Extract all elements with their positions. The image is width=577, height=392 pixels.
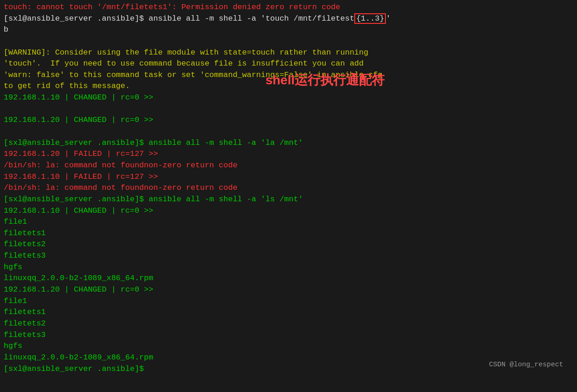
terminal-line: filetets2 xyxy=(4,318,573,330)
terminal-line: [sxl@ansible_server .ansible]$ ansible a… xyxy=(4,138,573,149)
terminal-line: hgfs xyxy=(4,262,573,273)
terminal-line: [sxl@ansible_server .ansible]$ ansible a… xyxy=(4,194,573,205)
terminal-line: /bin/sh: la: command not foundnon-zero r… xyxy=(4,160,573,171)
empty-line xyxy=(4,104,573,115)
terminal: touch: cannot touch '/mnt/filetets1': Pe… xyxy=(0,0,577,376)
terminal-line: 192.168.1.20 | FAILED | rc=127 >> xyxy=(4,149,573,160)
terminal-line: touch: cannot touch '/mnt/filetets1': Pe… xyxy=(4,2,573,13)
terminal-line: filetets3 xyxy=(4,250,573,262)
terminal-line: 192.168.1.20 | CHANGED | rc=0 >> xyxy=(4,115,573,126)
terminal-line: 192.168.1.10 | CHANGED | rc=0 >> xyxy=(4,92,573,104)
terminal-line: filetets1 xyxy=(4,307,573,318)
csdn-credit: CSDN @long_respect xyxy=(489,360,563,370)
terminal-line: /bin/sh: la: command not foundnon-zero r… xyxy=(4,182,573,194)
terminal-line: [WARNING]: Consider using the file modul… xyxy=(4,47,573,59)
terminal-line: file1 xyxy=(4,216,573,228)
terminal-line: filetets3 xyxy=(4,330,573,341)
empty-line xyxy=(4,126,573,138)
terminal-line: 'touch'. If you need to use command beca… xyxy=(4,58,573,70)
terminal-line: filetets1 xyxy=(4,228,573,239)
terminal-line: filetets2 xyxy=(4,239,573,250)
empty-line xyxy=(4,36,573,47)
terminal-line: hgfs xyxy=(4,341,573,352)
highlight-brace: {1..3} xyxy=(354,13,386,24)
terminal-line: 192.168.1.10 | FAILED | rc=127 >> xyxy=(4,171,573,183)
terminal-line: 192.168.1.20 | CHANGED | rc=0 >> xyxy=(4,284,573,296)
terminal-line: 192.168.1.10 | CHANGED | rc=0 >> xyxy=(4,205,573,217)
annotation-text: shell运行执行通配符 xyxy=(265,71,385,90)
terminal-line: file1 xyxy=(4,296,573,307)
terminal-prompt: [sxl@ansible_server .ansible]$ xyxy=(4,364,573,375)
terminal-line: linuxqq_2.0.0-b2-1089_x86_64.rpm xyxy=(4,352,573,364)
terminal-line: linuxqq_2.0.0-b2-1089_x86_64.rpm xyxy=(4,273,573,284)
terminal-line: [sxl@ansible_server .ansible]$ ansible a… xyxy=(4,13,573,25)
terminal-line: b xyxy=(4,24,573,36)
